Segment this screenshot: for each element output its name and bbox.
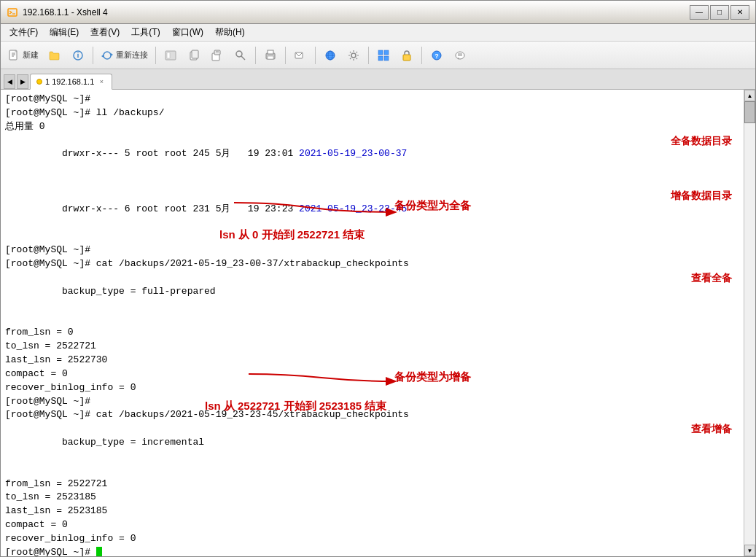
menu-file[interactable]: 文件(F) (4, 25, 44, 40)
term-line-22: [root@MySQL ~]# (5, 546, 739, 556)
reconnect-button[interactable]: 重新连接 (97, 44, 152, 66)
new-icon (7, 49, 20, 62)
help-button[interactable]: ? (426, 44, 448, 66)
settings-icon (347, 49, 360, 62)
tab-nav-left[interactable]: ◀ (4, 74, 15, 89)
new-button[interactable]: 新建 (4, 44, 42, 66)
paste-button[interactable] (206, 44, 228, 66)
scrollbar-up-button[interactable]: ▲ (744, 90, 755, 101)
term-line-11: last_lsn = 2522730 (5, 354, 739, 367)
minimize-button[interactable]: — (690, 5, 709, 20)
term-line-13: recover_binlog_info = 0 (5, 381, 739, 395)
search-icon (234, 49, 247, 62)
menu-edit[interactable]: 编辑(E) (44, 25, 85, 40)
svg-rect-34 (384, 56, 389, 61)
titlebar: 192.168.1.1 - Xshell 4 — □ ✕ (1, 1, 755, 24)
term-line-4: drwxr-x--- 5 root root 245 5月 19 23:01 2… (5, 134, 739, 189)
new-label: 新建 (23, 50, 39, 61)
term-line-18: to_lsn = 2523185 (5, 491, 739, 505)
scrollbar: ▲ ▼ (744, 90, 755, 556)
term-line-21: recover_binlog_info = 0 (5, 532, 739, 546)
tab-close-button[interactable]: × (97, 77, 106, 86)
compose-icon (294, 49, 307, 62)
term-line-2: [root@MySQL ~]# ll /backups/ (5, 106, 739, 120)
svg-point-19 (236, 51, 242, 57)
svg-marker-11 (101, 55, 104, 58)
properties-button[interactable] (67, 44, 89, 66)
term-line-5: drwxr-x--- 6 root root 231 5月 19 23:23 2… (5, 189, 739, 244)
folder-icon (48, 49, 61, 62)
chat-icon (453, 49, 467, 62)
reconnect-icon (101, 49, 114, 62)
properties-icon (71, 49, 85, 62)
svg-line-20 (241, 56, 245, 60)
toolbar-separator-7 (421, 47, 422, 64)
term-line-19: last_lsn = 2523185 (5, 505, 739, 518)
annotation-view-full: 查看全备 (691, 271, 732, 286)
scrollbar-track[interactable] (744, 101, 755, 545)
term-line-20: compact = 0 (5, 518, 739, 532)
nav-left-icon (164, 49, 177, 62)
terminal-cursor (96, 547, 102, 556)
term-line-6: [root@MySQL ~]# (5, 244, 739, 257)
paste-icon (211, 49, 224, 62)
menu-window[interactable]: 窗口(W) (166, 25, 209, 40)
toolbar-separator-1 (93, 47, 93, 64)
app-icon (7, 7, 18, 18)
print-button[interactable] (260, 44, 281, 66)
folder-button[interactable] (44, 44, 66, 66)
reconnect-label: 重新连接 (116, 50, 148, 61)
svg-rect-23 (268, 56, 273, 59)
terminal[interactable]: [root@MySQL ~]# [root@MySQL ~]# ll /back… (1, 90, 744, 556)
svg-rect-22 (268, 50, 273, 54)
close-button[interactable]: ✕ (730, 5, 749, 20)
full-backup-dir-text: 2021-05-19_23-00-37 (299, 148, 407, 159)
svg-rect-35 (403, 55, 410, 61)
help-icon: ? (430, 49, 443, 62)
annotation-inc-backup-dir: 增备数据目录 (671, 189, 732, 203)
globe-button[interactable] (319, 44, 341, 66)
tab-nav-right[interactable]: ▶ (17, 74, 28, 89)
term-line-17: from_lsn = 2522721 (5, 478, 739, 491)
scrollbar-thumb[interactable] (744, 101, 755, 123)
inc-backup-dir-text: 2021-05-19_23-23-45 (299, 203, 407, 214)
term-line-16: backup_type = incremental 查看增备 (5, 422, 739, 477)
svg-rect-31 (378, 50, 383, 55)
menubar: 文件(F) 编辑(E) 查看(V) 工具(T) 窗口(W) 帮助(H) (1, 24, 755, 42)
search-button[interactable] (230, 44, 252, 66)
grid-icon (377, 49, 390, 62)
toolbar-separator-3 (255, 47, 256, 64)
lock-icon (400, 49, 413, 62)
svg-rect-17 (214, 50, 220, 55)
svg-point-9 (77, 52, 79, 53)
chat-button[interactable] (449, 44, 471, 66)
scrollbar-down-button[interactable]: ▼ (744, 545, 755, 556)
tab-status-dot (36, 79, 42, 85)
menu-view[interactable]: 查看(V) (85, 25, 125, 40)
term-line-8: backup_type = full-prepared 查看全备 (5, 271, 739, 326)
terminal-wrapper: [root@MySQL ~]# [root@MySQL ~]# ll /back… (1, 90, 744, 556)
grid-button[interactable] (373, 44, 394, 66)
annotation-view-inc: 查看增备 (691, 422, 732, 437)
restore-button[interactable]: □ (710, 5, 729, 20)
toolbar-separator-5 (315, 47, 316, 64)
compose-button[interactable] (289, 44, 311, 66)
menu-help[interactable]: 帮助(H) (209, 25, 251, 40)
terminal-container: [root@MySQL ~]# [root@MySQL ~]# ll /back… (1, 90, 755, 556)
lock-button[interactable] (396, 44, 418, 66)
term-line-10: to_lsn = 2522721 (5, 340, 739, 354)
settings-button[interactable] (343, 44, 365, 66)
svg-text:?: ? (434, 52, 439, 60)
globe-icon (324, 49, 337, 62)
copy-icon (187, 49, 200, 62)
svg-rect-13 (167, 52, 170, 58)
toolbar-separator-6 (368, 47, 369, 64)
nav-left-button[interactable] (160, 44, 182, 66)
tab-session[interactable]: 1 192.168.1.1 × (30, 74, 112, 90)
term-line-14: [root@MySQL ~]# (5, 395, 739, 409)
toolbar-separator-4 (285, 47, 286, 64)
term-line-7: [root@MySQL ~]# cat /backups/2021-05-19_… (5, 257, 739, 271)
term-line-12: compact = 0 (5, 367, 739, 381)
copy-button[interactable] (183, 44, 205, 66)
menu-tools[interactable]: 工具(T) (125, 25, 165, 40)
